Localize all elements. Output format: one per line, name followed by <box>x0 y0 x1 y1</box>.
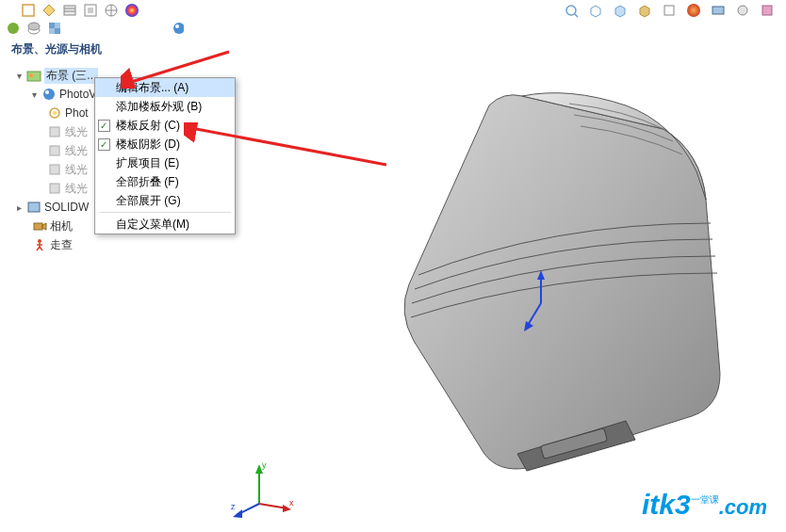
tree-scene[interactable]: ▾ 布景 (三... <box>6 66 98 85</box>
checkbox-icon[interactable]: ✓ <box>95 116 112 135</box>
svg-point-30 <box>53 111 57 115</box>
svg-point-28 <box>45 90 49 94</box>
svg-rect-34 <box>50 184 59 193</box>
svg-point-19 <box>28 23 40 30</box>
svg-rect-36 <box>34 223 42 230</box>
light-icon <box>47 181 62 196</box>
tree-label: 线光 <box>65 143 88 159</box>
svg-rect-14 <box>712 7 724 14</box>
tree-label: 走查 <box>50 237 73 253</box>
view-icon-9[interactable] <box>758 1 777 20</box>
tree-solidw[interactable]: ▸ SOLIDW <box>6 198 98 217</box>
svg-line-11 <box>575 14 578 17</box>
tree-walk[interactable]: 走查 <box>6 235 98 254</box>
svg-rect-1 <box>64 6 75 15</box>
toolbar-icon-4[interactable] <box>81 1 100 20</box>
svg-rect-5 <box>88 8 93 13</box>
svg-rect-16 <box>762 6 772 15</box>
menu-label: 全部展开 (G) <box>116 193 181 209</box>
view-icon-7[interactable] <box>709 1 728 20</box>
menu-separator <box>99 212 231 213</box>
view-icon-4[interactable] <box>635 1 654 20</box>
menu-edit-scene[interactable]: 编辑布景... (A) <box>95 78 235 97</box>
svg-point-17 <box>8 23 19 34</box>
menu-label: 扩展项目 (E) <box>116 155 179 171</box>
axis-z-label: z <box>231 502 236 511</box>
watermark: itk3一堂课.com <box>642 489 767 521</box>
view-icon-5[interactable] <box>660 1 679 20</box>
menu-label: 楼板阴影 (D) <box>116 137 180 153</box>
menu-floor-reflect[interactable]: ✓ 楼板反射 (C) <box>95 116 235 135</box>
svg-rect-25 <box>27 72 41 81</box>
view-icon-3[interactable] <box>611 1 630 20</box>
menu-custom[interactable]: 自定义菜单(M) <box>95 215 235 234</box>
photo-icon <box>47 105 62 121</box>
tree-label: 线光 <box>65 181 88 197</box>
menu-expand-item[interactable]: 扩展项目 (E) <box>95 153 235 172</box>
svg-rect-22 <box>55 28 60 34</box>
second-toolbar <box>6 21 188 38</box>
menu-expand-all[interactable]: 全部展开 (G) <box>95 191 235 210</box>
tree-label: 布景 (三... <box>44 68 98 84</box>
axis-y-label: y <box>262 460 267 470</box>
menu-add-floor[interactable]: 添加楼板外观 (B) <box>95 97 235 116</box>
tree-label: 线光 <box>65 162 88 178</box>
tree-photo[interactable]: Phot <box>6 104 98 122</box>
walk-icon <box>32 237 47 252</box>
collapse-icon[interactable]: ▾ <box>17 71 26 81</box>
menu-floor-shadow[interactable]: ✓ 楼板阴影 (D) <box>95 135 235 153</box>
svg-rect-35 <box>28 202 40 212</box>
checkbox-icon[interactable]: ✓ <box>95 135 112 153</box>
light-icon <box>47 124 62 139</box>
menu-label: 编辑布景... (A) <box>116 80 188 96</box>
svg-rect-12 <box>664 6 674 15</box>
tree-label: PhotoV <box>59 88 96 101</box>
scene-tree: ▾ 布景 (三... ▾ PhotoV Phot 线光 线光 线光 线光 ▸ S… <box>6 66 98 254</box>
svg-point-37 <box>38 239 41 243</box>
view-icon-6[interactable] <box>684 1 703 20</box>
light-icon <box>47 143 62 158</box>
menu-collapse-all[interactable]: 全部折叠 (F) <box>95 172 235 191</box>
panel-icon-3[interactable] <box>47 21 64 38</box>
toolbar-icon-6[interactable] <box>123 1 141 20</box>
menu-label: 自定义菜单(M) <box>116 217 189 233</box>
svg-point-10 <box>566 6 576 15</box>
tree-light4[interactable]: 线光 <box>6 179 98 198</box>
toolbar-icon-5[interactable] <box>102 1 121 20</box>
axis-x-label: x <box>289 498 294 508</box>
camera-icon <box>32 218 47 234</box>
tree-label: 线光 <box>65 124 88 140</box>
light-icon <box>47 162 62 177</box>
view-icon-1[interactable] <box>562 1 581 20</box>
toolbar-icon-1[interactable] <box>19 1 38 20</box>
viewport-3d[interactable]: x y z <box>184 21 786 532</box>
svg-rect-32 <box>50 146 59 155</box>
photoview-icon <box>41 87 57 102</box>
watermark-sub: 一堂课 <box>691 494 719 505</box>
view-icon-2[interactable] <box>586 1 605 20</box>
svg-point-9 <box>125 4 139 17</box>
panel-icon-2[interactable] <box>26 21 43 38</box>
svg-rect-31 <box>50 127 59 137</box>
tree-light3[interactable]: 线光 <box>6 160 98 179</box>
toolbar-icon-2[interactable] <box>40 1 58 20</box>
view-icon-8[interactable] <box>733 1 752 20</box>
expand-icon[interactable]: ▸ <box>17 202 26 213</box>
svg-point-24 <box>175 24 179 28</box>
svg-point-26 <box>29 73 33 77</box>
panel-icon-1[interactable] <box>6 21 23 38</box>
toolbar-icon-3[interactable] <box>60 1 79 20</box>
solidworks-icon <box>26 200 41 215</box>
scene-icon <box>26 68 41 83</box>
tree-label: 相机 <box>50 218 73 234</box>
tree-camera[interactable]: 相机 <box>6 217 98 235</box>
collapse-icon[interactable]: ▾ <box>32 89 41 100</box>
tree-photoview[interactable]: ▾ PhotoV <box>6 85 98 104</box>
tree-light1[interactable]: 线光 <box>6 122 98 141</box>
tree-light2[interactable]: 线光 <box>6 141 98 160</box>
watermark-com: .com <box>719 495 767 519</box>
svg-point-13 <box>687 4 700 17</box>
axis-triad: x y z <box>231 457 297 523</box>
svg-point-15 <box>738 6 747 15</box>
svg-point-27 <box>43 89 55 100</box>
